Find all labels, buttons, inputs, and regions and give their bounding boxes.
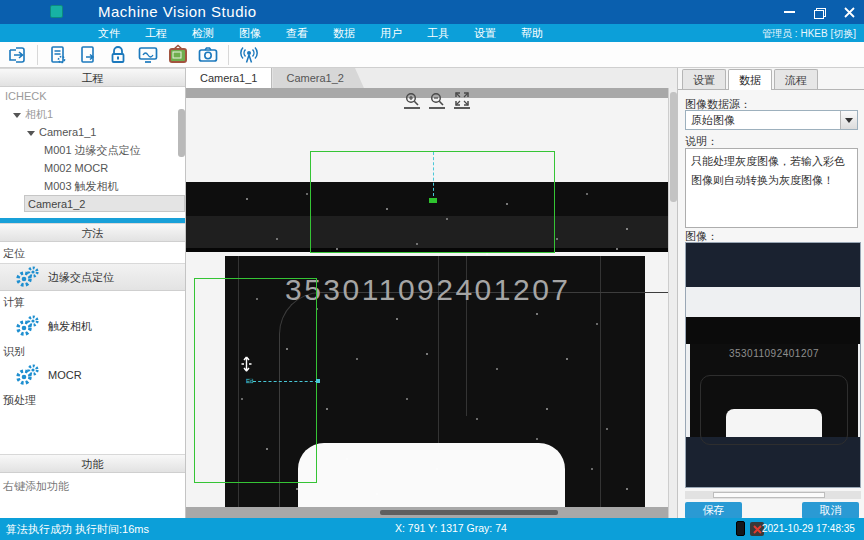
open-project-button[interactable] [5, 44, 29, 66]
image-preview[interactable]: 353011092401207 [685, 242, 861, 488]
chevron-down-icon [13, 113, 21, 118]
camera-image-view[interactable]: 353011092401207 Ed [186, 98, 668, 507]
cancel-button[interactable]: 取消 [802, 502, 859, 519]
tree-item-project-root[interactable]: ICHECK [0, 87, 185, 105]
toolbar-separator [228, 45, 229, 65]
zoom-in-icon [405, 92, 419, 106]
scrollbar-thumb[interactable] [713, 492, 825, 498]
method-item-mocr[interactable]: MOCR [0, 361, 185, 389]
menu-project[interactable]: 工程 [145, 26, 167, 41]
project-panel-header: 工程 [0, 68, 185, 87]
zoom-out-icon [430, 92, 444, 106]
zoom-out-button[interactable] [429, 92, 445, 109]
tree-item-label: 相机1 [25, 108, 53, 120]
close-button[interactable] [840, 3, 858, 21]
tab-camera1-2[interactable]: Camera1_2 [272, 68, 363, 88]
menu-settings[interactable]: 设置 [474, 26, 496, 41]
chevron-down-icon [845, 118, 853, 123]
lock-button[interactable] [106, 44, 130, 66]
restore-button[interactable] [810, 3, 828, 21]
image-canvas-area: Camera1_1 Camera1_2 353011092401207 Ed [186, 68, 677, 518]
tree-item-label: Camera1_1 [39, 126, 96, 138]
image-noise-specks [186, 98, 188, 100]
open-project-icon [7, 45, 28, 65]
live-view-button[interactable] [166, 44, 190, 66]
method-item-edge-point-locate[interactable]: 边缘交点定位 [0, 263, 185, 291]
tree-item-camera-group[interactable]: 相机1 [0, 105, 185, 123]
display-monitor-icon [137, 45, 159, 65]
gears-icon [13, 314, 41, 338]
cursor-coordinates: X: 791 Y: 1317 Gray: 74 [395, 522, 507, 534]
tab-data[interactable]: 数据 [728, 69, 772, 90]
canvas-tab-bar: Camera1_1 Camera1_2 [186, 68, 677, 88]
menu-user[interactable]: 用户 [380, 26, 402, 41]
minimize-icon [784, 11, 795, 13]
main-toolbar [0, 42, 864, 68]
tree-item-m002[interactable]: M002 MOCR [0, 159, 185, 177]
user-info[interactable]: 管理员 : HKEB [切换] [762, 27, 856, 41]
save-button[interactable]: 保存 [685, 502, 742, 519]
close-icon [843, 6, 856, 19]
display-monitor-button[interactable] [136, 44, 160, 66]
export-doc-button[interactable] [76, 44, 100, 66]
menu-file[interactable]: 文件 [98, 26, 120, 41]
fit-view-button[interactable] [454, 92, 470, 109]
method-category-preprocess: 预处理 [0, 389, 185, 410]
properties-tab-bar: 设置 数据 流程 [678, 69, 864, 90]
sidebar-scrollbar-thumb[interactable] [178, 109, 185, 157]
description-text: 只能处理灰度图像，若输入彩色图像则自动转换为灰度图像！ [685, 148, 858, 228]
project-tree: ICHECK 相机1 Camera1_1 M001 边缘交点定位 M002 MO… [0, 87, 185, 218]
method-category-recognition: 识别 [0, 340, 185, 361]
project-settings-button[interactable] [46, 44, 70, 66]
tab-flow[interactable]: 流程 [774, 69, 818, 89]
camera-icon [197, 45, 219, 65]
tab-camera1-1[interactable]: Camera1_1 [186, 68, 272, 88]
description-label: 说明： [685, 134, 718, 149]
tree-item-m001[interactable]: M001 边缘交点定位 [0, 141, 185, 159]
tab-settings[interactable]: 设置 [682, 69, 726, 89]
measure-label: Ed [246, 378, 253, 384]
device-icon [736, 521, 745, 536]
trigger-broadcast-button[interactable] [237, 44, 261, 66]
restore-icon [814, 8, 824, 17]
gears-icon [13, 363, 41, 387]
method-item-trigger-camera[interactable]: 触发相机 [0, 312, 185, 340]
minimize-button[interactable] [780, 3, 798, 21]
engraved-serial-number: 353011092401207 [285, 273, 571, 307]
title-bar: Machine Vision Studio [0, 0, 864, 24]
menu-detect[interactable]: 检测 [192, 26, 214, 41]
image-source-dropdown[interactable]: 原始图像 [685, 110, 858, 130]
method-category-calc: 计算 [0, 291, 185, 312]
datetime: 2021-10-29 17:48:35 [762, 523, 855, 534]
canvas-horizontal-scrollbar[interactable] [186, 507, 668, 518]
fit-view-icon [455, 92, 469, 106]
trigger-broadcast-icon [239, 45, 259, 65]
menu-help[interactable]: 帮助 [521, 26, 543, 41]
tree-item-camera1-1[interactable]: Camera1_1 [0, 123, 185, 141]
tree-item-m003[interactable]: M003 触发相机 [0, 177, 185, 195]
menu-view[interactable]: 查看 [286, 26, 308, 41]
method-item-label: 边缘交点定位 [48, 270, 114, 285]
image-source-value: 原始图像 [691, 114, 735, 126]
resize-cursor-icon [239, 356, 254, 372]
window-title: Machine Vision Studio [98, 3, 257, 20]
project-settings-icon [48, 45, 68, 65]
measure-dashed-line [253, 381, 318, 382]
menu-image[interactable]: 图像 [239, 26, 261, 41]
tree-item-camera1-2-selected[interactable]: Camera1_2 [24, 195, 185, 212]
menu-tools[interactable]: 工具 [427, 26, 449, 41]
scrollbar-thumb[interactable] [670, 92, 677, 202]
zoom-in-button[interactable] [404, 92, 420, 109]
scrollbar-thumb[interactable] [380, 510, 558, 515]
canvas-vertical-scrollbar[interactable] [668, 88, 677, 518]
chevron-down-icon [27, 131, 35, 136]
live-view-icon [167, 44, 189, 65]
export-doc-icon [78, 45, 98, 65]
methods-list: 定位 边缘交点定位 计算 触发相机 识别 MOCR 预处理 [0, 242, 185, 410]
camera-button[interactable] [196, 44, 220, 66]
preview-horizontal-scrollbar[interactable] [685, 491, 861, 499]
execution-status: 算法执行成功 执行时间:16ms [6, 522, 149, 537]
toolbar-separator [37, 45, 38, 65]
menu-data[interactable]: 数据 [333, 26, 355, 41]
dropdown-button[interactable] [840, 111, 857, 129]
